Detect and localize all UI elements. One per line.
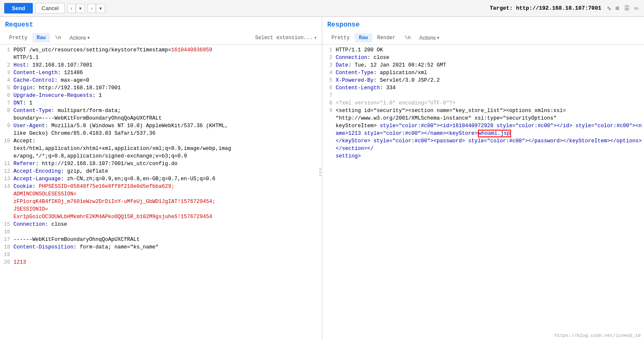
request-tab-newline[interactable]: \n	[51, 33, 65, 43]
status-bar: https://blog.csdn.net/iceHub_10	[551, 332, 644, 339]
table-row: 5X-Powered-By: Servlet/3.0 JSP/2.2	[322, 77, 644, 84]
line-content: Cookie: PHPSESSID=05848f75e16e8ff8f210e0…	[13, 183, 320, 221]
line-number: 7	[324, 92, 336, 99]
response-tab-raw[interactable]: Raw	[355, 33, 372, 43]
table-row: 17------WebKitFormBoundaryOhnqQoApUXCfRA…	[0, 236, 322, 243]
list-view-icon[interactable]: ☰	[623, 4, 631, 13]
request-actions-button[interactable]: Actions ▾	[66, 34, 93, 42]
send-button[interactable]: Send	[4, 3, 33, 13]
line-content	[13, 251, 320, 259]
line-number: 4	[2, 77, 13, 84]
line-number: 2	[2, 61, 13, 69]
nav-back-dropdown-button[interactable]: ▾	[76, 4, 85, 13]
table-row: 3Date: Tue, 12 Jan 2021 08:42:52 GMT	[322, 61, 644, 69]
single-view-icon[interactable]: ▭	[633, 4, 640, 13]
scroll-indicator[interactable]	[319, 168, 321, 176]
line-content: Upgrade-Insecure-Requests: 1	[13, 92, 320, 99]
view-icons: ⊞ ☰ ▭	[614, 4, 640, 13]
target-label: Target: http://192.168.18.107:7001	[490, 5, 601, 11]
table-row: 2Host: 192.168.18.107:7001	[0, 61, 322, 69]
table-row: 4Cache-Control: max-age=0	[0, 77, 322, 84]
line-number: 17	[2, 236, 13, 243]
line-content: POST /ws_utc/resources/setting/keystore?…	[13, 46, 320, 61]
line-number: 4	[324, 69, 336, 77]
line-content: Accept-Encoding: gzip, deflate	[13, 168, 320, 175]
request-tab-pretty[interactable]: Pretty	[5, 33, 32, 43]
table-row: 1HTTP/1.1 200 OK	[322, 46, 644, 54]
grid-view-icon[interactable]: ⊞	[614, 4, 620, 13]
line-number: 5	[2, 84, 13, 92]
table-row: 201213	[0, 259, 322, 266]
cancel-button[interactable]: Cancel	[35, 3, 65, 13]
line-content: User-Agent: Mozilla/5.0 (Windows NT 10.0…	[13, 122, 320, 137]
line-number: 7	[2, 99, 13, 107]
nav-fwd-group: › ▾	[87, 4, 105, 13]
nav-fwd-button[interactable]: ›	[87, 4, 96, 13]
request-tab-raw[interactable]: Raw	[32, 33, 50, 43]
line-number: 14	[2, 183, 13, 221]
response-pane: Response Pretty Raw Render \n Actions ▾ …	[322, 17, 644, 339]
table-row: 10Accept: text/html,application/xhtml+xm…	[0, 137, 322, 160]
line-number: 9	[2, 122, 13, 137]
response-code-area: 1HTTP/1.1 200 OK2Connection: close3Date:…	[322, 45, 644, 339]
table-row: 8<?xml version="1.0" encoding="UTF-8"?>	[322, 99, 644, 107]
line-content: X-Powered-By: Servlet/3.0 JSP/2.2	[336, 77, 642, 84]
line-content: Date: Tue, 12 Jan 2021 08:42:52 GMT	[336, 61, 642, 69]
line-number: 3	[324, 61, 336, 69]
nav-back-button[interactable]: ‹	[67, 4, 76, 13]
select-extension-chevron: ▾	[314, 35, 317, 40]
line-content: Content-Type: multipart/form-data; bound…	[13, 107, 320, 122]
response-tab-bar: Pretty Raw Render \n Actions ▾	[322, 31, 644, 45]
line-content: Content-Disposition: form-data; name="ks…	[13, 243, 320, 251]
line-number: 20	[2, 259, 13, 266]
table-row: 16	[0, 228, 322, 236]
response-tab-render[interactable]: Render	[373, 33, 400, 43]
table-row: 11Referer: http://192.168.18.107:7001/ws…	[0, 160, 322, 168]
toolbar-left: Send Cancel ‹ ▾ › ▾	[4, 3, 105, 13]
line-number: 19	[2, 251, 13, 259]
line-number: 8	[2, 107, 13, 122]
table-row: 18Content-Disposition: form-data; name="…	[0, 243, 322, 251]
request-pane: Request Pretty Raw \n Actions ▾ Select e…	[0, 17, 322, 339]
response-tab-pretty[interactable]: Pretty	[327, 33, 354, 43]
response-actions-button[interactable]: Actions ▾	[416, 34, 442, 42]
request-code-area: 1POST /ws_utc/resources/setting/keystore…	[0, 45, 322, 339]
response-tab-newline[interactable]: \n	[400, 33, 415, 43]
line-number: 12	[2, 168, 13, 175]
request-actions-chevron: ▾	[87, 35, 90, 40]
table-row: 6Upgrade-Insecure-Requests: 1	[0, 92, 322, 99]
table-row: 7DNT: 1	[0, 99, 322, 107]
table-row: 13Accept-Language: zh-CN,zh;q=0.9,en;q=0…	[0, 175, 322, 183]
line-content: ------WebKitFormBoundaryOhnqQoApUXCfRALt	[13, 236, 320, 243]
table-row: 7	[322, 92, 644, 99]
response-actions-chevron: ▾	[437, 35, 439, 40]
table-row: 1POST /ws_utc/resources/setting/keystore…	[0, 46, 322, 61]
response-title: Response	[322, 17, 644, 31]
line-content: DNT: 1	[13, 99, 320, 107]
line-number: 11	[2, 160, 13, 168]
line-content: Referer: http://192.168.18.107:7001/ws_u…	[13, 160, 320, 168]
select-extension-label[interactable]: Select extension...	[255, 35, 313, 41]
line-content: Accept-Language: zh-CN,zh;q=0.9,en;q=0.8…	[13, 175, 320, 183]
table-row: 3Content-Length: 121486	[0, 69, 322, 77]
line-number: 1	[324, 46, 336, 54]
line-content: Connection: close	[336, 54, 642, 61]
line-content: Content-Length: 334	[336, 84, 642, 92]
line-number: 5	[324, 77, 336, 84]
request-tab-bar: Pretty Raw \n Actions ▾ Select extension…	[0, 31, 322, 45]
line-number: 18	[2, 243, 13, 251]
line-number: 9	[324, 107, 336, 160]
request-actions-label: Actions	[69, 35, 86, 41]
table-row: 6Content-Length: 334	[322, 84, 644, 92]
line-content	[13, 228, 320, 236]
settings-icon[interactable]: ✎	[607, 4, 611, 13]
line-number: 2	[324, 54, 336, 61]
table-row: 15Connection: close	[0, 221, 322, 228]
nav-fwd-dropdown-button[interactable]: ▾	[96, 4, 105, 13]
highlighted-value: whoami.jsp	[478, 130, 511, 137]
line-content: Content-Type: application/xml	[336, 69, 642, 77]
line-content: Origin: http://192.168.18.107:7001	[13, 84, 320, 92]
line-content: <?xml version="1.0" encoding="UTF-8"?>	[336, 99, 642, 107]
request-select-extension[interactable]: Select extension... ▾	[255, 35, 317, 41]
table-row: 2Connection: close	[322, 54, 644, 61]
